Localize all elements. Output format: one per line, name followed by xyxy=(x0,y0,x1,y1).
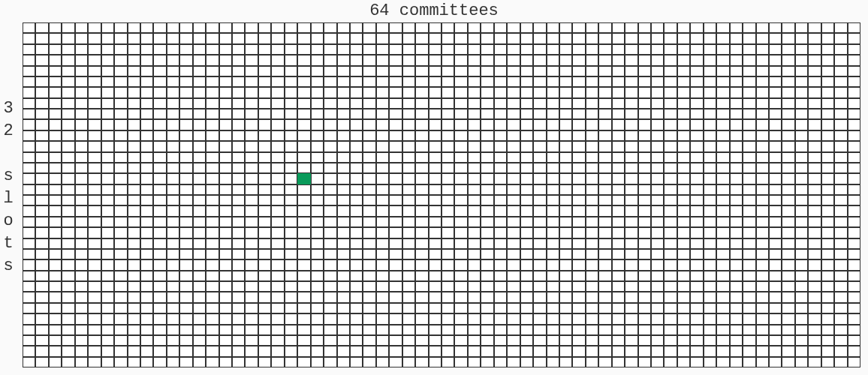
grid-cell xyxy=(49,346,62,356)
grid-cell xyxy=(167,249,179,260)
grid-cell xyxy=(572,22,585,33)
grid-cell xyxy=(559,22,572,33)
grid-cell xyxy=(704,357,716,368)
grid-cell xyxy=(324,249,336,260)
grid-cell xyxy=(415,271,428,281)
grid-cell xyxy=(206,66,219,76)
grid-cell xyxy=(88,217,101,227)
grid-cell xyxy=(572,130,585,141)
grid-cell xyxy=(23,325,35,335)
grid-cell xyxy=(664,152,677,163)
grid-cell xyxy=(651,292,664,302)
grid-cell xyxy=(598,33,611,44)
grid-cell xyxy=(402,346,415,356)
grid-cell xyxy=(547,130,559,141)
grid-cell xyxy=(297,130,310,141)
grid-cell xyxy=(232,55,245,65)
grid-cell xyxy=(442,141,454,152)
grid-cell xyxy=(363,281,375,292)
grid-cell xyxy=(454,141,467,152)
grid-cell xyxy=(704,346,716,356)
grid-cell xyxy=(350,76,363,87)
grid-cell xyxy=(363,260,375,270)
grid-cell xyxy=(23,260,35,270)
grid-cell xyxy=(494,217,507,227)
grid-cell xyxy=(743,271,755,281)
grid-cell xyxy=(389,76,402,87)
grid-cell xyxy=(350,238,363,249)
heatmap-grid xyxy=(23,22,860,368)
grid-cell xyxy=(219,173,232,184)
grid-cell xyxy=(586,98,598,109)
grid-cell xyxy=(468,55,481,65)
grid-cell xyxy=(494,249,507,260)
grid-cell xyxy=(49,55,62,65)
grid-cell xyxy=(415,76,428,87)
grid-cell xyxy=(808,152,821,163)
grid-cell xyxy=(559,206,572,216)
grid-cell xyxy=(690,98,703,109)
grid-cell xyxy=(429,152,442,163)
grid-cell xyxy=(533,109,546,119)
grid-cell xyxy=(756,325,769,335)
grid-cell xyxy=(704,66,716,76)
grid-cell xyxy=(716,98,729,109)
grid-cell xyxy=(716,87,729,98)
grid-cell xyxy=(415,33,428,44)
grid-cell xyxy=(350,98,363,109)
grid-cell xyxy=(743,281,755,292)
grid-cell xyxy=(179,260,192,270)
grid-cell xyxy=(128,303,140,314)
grid-cell xyxy=(23,109,35,119)
grid-cell xyxy=(337,195,350,206)
grid-cell xyxy=(23,173,35,184)
grid-cell xyxy=(285,22,297,33)
grid-cell xyxy=(442,173,454,184)
grid-cell xyxy=(586,109,598,119)
grid-cell xyxy=(114,217,127,227)
grid-cell xyxy=(232,184,245,195)
grid-cell xyxy=(311,22,324,33)
grid-cell xyxy=(795,314,808,324)
grid-cell xyxy=(363,76,375,87)
grid-cell xyxy=(730,238,743,249)
grid-cell xyxy=(389,173,402,184)
grid-cell xyxy=(389,130,402,141)
grid-cell xyxy=(219,238,232,249)
grid-cell xyxy=(468,271,481,281)
grid-cell xyxy=(167,33,179,44)
grid-cell xyxy=(415,109,428,119)
grid-cell xyxy=(35,357,48,368)
grid-cell xyxy=(297,119,310,130)
grid-cell xyxy=(572,87,585,98)
grid-cell xyxy=(834,357,847,368)
grid-cell xyxy=(507,346,520,356)
grid-cell xyxy=(586,249,598,260)
grid-cell xyxy=(704,249,716,260)
grid-cell xyxy=(769,22,782,33)
grid-cell xyxy=(808,249,821,260)
grid-cell xyxy=(468,281,481,292)
grid-cell xyxy=(153,238,166,249)
grid-cell xyxy=(442,22,454,33)
grid-cell xyxy=(664,217,677,227)
grid-cell xyxy=(821,260,834,270)
grid-cell xyxy=(75,141,88,152)
grid-cell xyxy=(153,119,166,130)
grid-cell xyxy=(481,66,493,76)
grid-cell xyxy=(415,346,428,356)
grid-cell xyxy=(23,217,35,227)
grid-cell xyxy=(232,33,245,44)
grid-cell xyxy=(311,281,324,292)
grid-cell xyxy=(651,325,664,335)
grid-cell xyxy=(651,303,664,314)
grid-cell xyxy=(559,173,572,184)
grid-cell xyxy=(389,271,402,281)
chart-ylabel: 32 slots xyxy=(2,98,15,278)
grid-cell xyxy=(848,152,860,163)
grid-cell xyxy=(75,303,88,314)
grid-cell xyxy=(363,292,375,302)
grid-cell xyxy=(140,303,153,314)
grid-cell xyxy=(520,357,533,368)
grid-cell xyxy=(389,33,402,44)
